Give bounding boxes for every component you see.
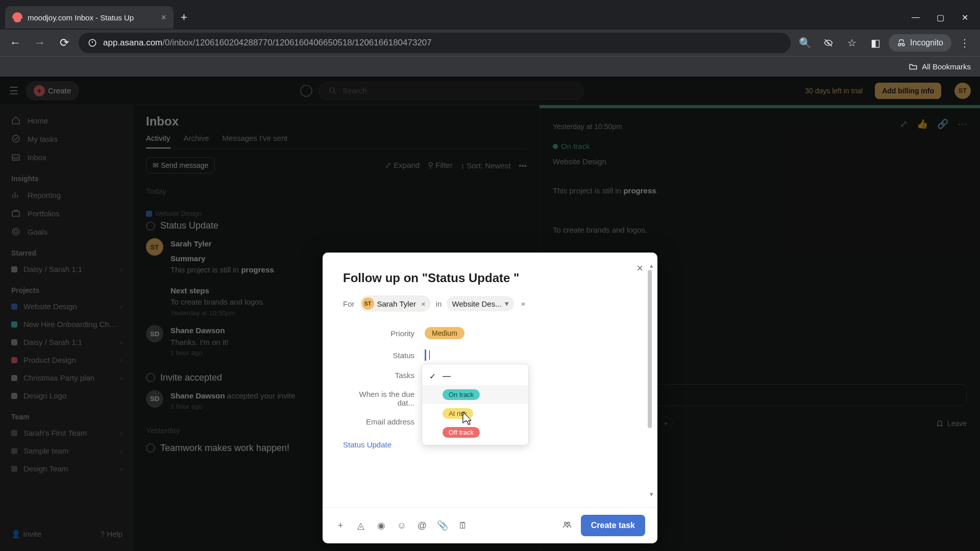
site-info-icon[interactable] [88,38,97,47]
scroll-down-icon[interactable]: ▾ [650,490,653,498]
browser-menu-icon[interactable]: ⋮ [954,33,975,53]
svg-point-9 [564,522,567,524]
side-panel-icon[interactable]: ◧ [865,33,886,53]
tab-title: moodjoy.com Inbox - Status Up [28,13,156,22]
bookmark-star-icon[interactable]: ☆ [842,33,862,53]
window-controls: — ▢ ✕ [911,13,980,30]
back-button[interactable]: ← [5,33,26,53]
scroll-up-icon[interactable]: ▴ [650,262,653,269]
new-tab-button[interactable]: + [174,11,194,24]
close-window-icon[interactable]: ✕ [960,13,970,22]
status-option-offtrack[interactable]: Off track [422,423,528,442]
folder-icon [909,62,918,71]
date-icon[interactable]: 🗓 [457,520,469,531]
status-option-atrisk[interactable]: At risk [422,404,528,423]
field-priority: Priority Medium [343,322,637,344]
remove-assignee-icon[interactable]: × [419,299,426,308]
status-option-ontrack[interactable]: On track [422,385,528,404]
reload-button[interactable]: ⟳ [54,33,75,53]
status-input[interactable] [425,349,637,361]
emoji-icon[interactable]: ☺ [396,520,407,531]
scroll-thumb[interactable] [648,270,652,428]
svg-point-10 [567,522,570,524]
record-icon[interactable]: ◉ [376,520,387,531]
all-bookmarks-button[interactable]: All Bookmarks [922,62,971,71]
mention-icon[interactable]: @ [416,520,428,531]
svg-point-11 [462,413,464,415]
forward-button[interactable]: → [30,33,50,53]
project-token[interactable]: Website Des... ▾ [447,296,513,311]
assignee-avatar: ST [362,297,374,310]
url-bar[interactable]: app.asana.com/0/inbox/1206160204288770/1… [79,33,791,53]
create-task-modal: × ▴ ▾ Follow up on "Status Update " For … [323,253,657,543]
assignee-token[interactable]: ST Sarah Tyler × [360,295,431,312]
add-subtask-icon[interactable]: + [335,520,346,531]
status-dropdown: ✓ On track At risk Off track [422,364,529,445]
assignee-row: For ST Sarah Tyler × in Website Des... ▾… [343,295,637,312]
browser-tab[interactable]: moodjoy.com Inbox - Status Up × [5,6,174,29]
dash-icon [443,376,451,377]
chevron-down-icon[interactable]: ▾ [505,299,509,308]
ai-icon[interactable]: ◬ [355,520,366,531]
incognito-icon [897,38,906,47]
remove-project-icon[interactable]: × [519,299,526,308]
asana-favicon-icon [12,12,22,22]
maximize-icon[interactable]: ▢ [935,13,945,22]
status-option-none[interactable]: ✓ [422,367,528,385]
followers-icon[interactable] [562,520,572,532]
eye-off-icon[interactable] [818,33,839,53]
field-status: Status ✓ On track At risk Off track [343,344,637,366]
priority-value[interactable]: Medium [425,327,464,339]
modal-footer: + ◬ ◉ ☺ @ 📎 🗓 Create task [323,507,657,543]
minimize-icon[interactable]: — [911,13,921,22]
create-task-button[interactable]: Create task [581,515,645,536]
modal-scrollbar[interactable]: ▴ ▾ [646,262,653,498]
modal-title[interactable]: Follow up on "Status Update " [343,271,637,285]
incognito-indicator[interactable]: Incognito [889,34,951,52]
browser-tab-strip: moodjoy.com Inbox - Status Up × + — ▢ ✕ [0,0,980,30]
cursor-pointer-icon [458,411,472,427]
tab-close-icon[interactable]: × [161,12,166,23]
url-text: app.asana.com/0/inbox/1206160204288770/1… [103,38,432,48]
browser-toolbar: ← → ⟳ app.asana.com/0/inbox/120616020428… [0,30,980,56]
bookmarks-bar: All Bookmarks [0,56,980,77]
zoom-icon[interactable]: 🔍 [795,33,815,53]
attachment-icon[interactable]: 📎 [437,520,448,531]
